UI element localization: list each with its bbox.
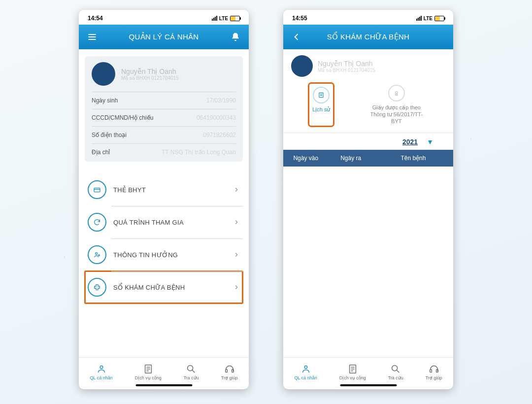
- segment-history[interactable]: Lịch sử: [310, 85, 332, 125]
- phone-medical-record: 14:55 LTE SỔ KHÁM CHỮA BỆNH Nguyễn Thị O…: [283, 10, 453, 389]
- menu-label: THÔNG TIN HƯỞNG: [113, 251, 226, 259]
- chevron-right-icon: [233, 284, 240, 291]
- tab-label: Dịch vụ công: [339, 375, 366, 380]
- profile-tab-icon: [96, 364, 107, 374]
- svg-point-20: [304, 366, 307, 369]
- svg-line-26: [397, 370, 399, 372]
- svg-point-7: [100, 366, 103, 369]
- tab-public-service[interactable]: Dịch vụ công: [135, 364, 162, 380]
- bell-icon[interactable]: [229, 32, 242, 42]
- menu-item-participation[interactable]: QUÁ TRÌNH THAM GIA: [85, 206, 243, 238]
- menu-label: QUÁ TRÌNH THAM GIA: [113, 219, 226, 226]
- chevron-right-icon: [233, 219, 240, 226]
- year-value: 2021: [402, 138, 418, 146]
- hamburger-icon[interactable]: [86, 32, 99, 42]
- network-label: LTE: [424, 16, 432, 21]
- tab-personal[interactable]: QL cá nhân: [294, 364, 317, 380]
- medical-plus-icon: [88, 278, 106, 297]
- tab-public-service[interactable]: Dịch vụ công: [339, 364, 366, 380]
- col-diagnosis: Tên bệnh: [373, 150, 453, 167]
- profile-sub: Mã số BHXH 0121704015: [121, 75, 179, 81]
- page-title: QUẢN LÝ CÁ NHÂN: [99, 33, 229, 41]
- svg-rect-14: [225, 370, 227, 372]
- avatar: [291, 55, 313, 77]
- card-icon: [88, 180, 106, 199]
- tab-label: Tra cứu: [388, 375, 403, 380]
- menu-list: THẺ BHYT QUÁ TRÌNH THAM GIA: [85, 173, 243, 303]
- signal-icon: [416, 16, 422, 21]
- menu-label: SỔ KHÁM CHỮA BỆNH: [113, 284, 226, 291]
- svg-rect-28: [436, 370, 438, 372]
- network-label: LTE: [219, 16, 228, 21]
- svg-rect-15: [232, 370, 233, 372]
- home-indicator: [135, 384, 192, 386]
- field-id: CCCD/CMND/Hộ chiếu 064190000343: [92, 109, 236, 127]
- status-time: 14:54: [88, 15, 103, 22]
- tab-label: Dịch vụ công: [135, 375, 162, 380]
- table-header: Ngày vào Ngày ra Tên bệnh: [283, 150, 453, 167]
- col-admission-date: Ngày vào: [283, 150, 328, 167]
- svg-rect-3: [94, 188, 100, 192]
- menu-item-medical-record[interactable]: SỔ KHÁM CHỮA BỆNH: [85, 271, 243, 303]
- field-address: Địa chỉ TT NSG Thị trấn Long Quan: [92, 144, 236, 161]
- svg-point-25: [392, 366, 398, 371]
- svg-point-19: [395, 92, 398, 94]
- field-birthdate: Ngày sinh 17/03/1990: [92, 92, 236, 109]
- svg-point-5: [96, 252, 98, 254]
- chevron-right-icon: [233, 186, 240, 193]
- refresh-icon: [88, 213, 106, 232]
- back-icon[interactable]: [290, 32, 303, 42]
- tab-label: Trợ giúp: [221, 375, 238, 380]
- battery-icon: [230, 16, 240, 21]
- tab-lookup[interactable]: Tra cứu: [184, 364, 199, 380]
- menu-item-bhyt-card[interactable]: THẺ BHYT: [85, 173, 243, 206]
- profile-name: Nguyễn Thị Oanh: [318, 60, 375, 67]
- profile-card: Nguyễn Thị Oanh Mã số BHXH 0121704015 Ng…: [85, 56, 243, 162]
- nav-bar: QUẢN LÝ CÁ NHÂN: [79, 25, 249, 49]
- tab-label: QL cá nhân: [294, 375, 317, 380]
- segment-label: Lịch sử: [312, 106, 330, 113]
- headset-tab-icon: [429, 364, 439, 374]
- tab-label: QL cá nhân: [90, 375, 112, 380]
- menu-item-benefit-info[interactable]: THÔNG TIN HƯỞNG: [85, 238, 243, 271]
- tab-label: Tra cứu: [184, 375, 199, 380]
- tab-help[interactable]: Trợ giúp: [426, 364, 442, 380]
- nav-bar: SỔ KHÁM CHỮA BỆNH: [283, 25, 453, 49]
- segment-certificate[interactable]: Giấy được cấp theo Thông tư 56/2017/TT-B…: [367, 85, 426, 125]
- status-time: 14:55: [292, 15, 307, 22]
- tab-personal[interactable]: QL cá nhân: [90, 364, 112, 380]
- certificate-icon: [388, 85, 405, 101]
- avatar: [92, 62, 115, 86]
- profile-sub: Mã số BHXH 0121704015: [318, 67, 375, 73]
- profile-header: Nguyễn Thị Oanh Mã số BHXH 0121704015: [289, 53, 447, 82]
- page-title: SỔ KHÁM CHỮA BỆNH: [303, 33, 433, 41]
- dropdown-icon: ▼: [427, 138, 433, 146]
- search-tab-icon: [186, 364, 197, 374]
- document-tab-icon: [143, 364, 154, 374]
- battery-icon: [434, 16, 444, 21]
- search-tab-icon: [390, 364, 401, 374]
- field-phone: Số điện thoại 0971826602: [92, 127, 236, 144]
- segment-control: Lịch sử Giấy được cấp theo Thông tư 56/2…: [283, 82, 453, 133]
- headset-tab-icon: [224, 364, 235, 374]
- profile-tab-icon: [300, 364, 311, 374]
- svg-rect-27: [430, 370, 432, 372]
- profile-name: Nguyễn Thị Oanh: [121, 67, 179, 75]
- status-bar: 14:54 LTE: [79, 10, 249, 25]
- status-bar: 14:55 LTE: [283, 10, 453, 25]
- home-indicator: [340, 384, 397, 386]
- phone-personal-management: 14:54 LTE QUẢN LÝ CÁ NHÂN Nguyễn Thị: [79, 10, 249, 389]
- menu-label: THẺ BHYT: [113, 186, 226, 194]
- chevron-right-icon: [233, 251, 240, 258]
- svg-line-13: [193, 370, 195, 372]
- tab-lookup[interactable]: Tra cứu: [388, 364, 403, 380]
- signal-icon: [212, 16, 217, 21]
- svg-point-12: [188, 366, 193, 371]
- svg-point-6: [99, 255, 100, 256]
- tab-help[interactable]: Trợ giúp: [221, 364, 238, 380]
- person-icon: [88, 245, 106, 264]
- col-discharge-date: Ngày ra: [328, 150, 373, 167]
- history-icon: [313, 87, 330, 103]
- year-selector[interactable]: 2021 ▼: [289, 133, 447, 150]
- document-tab-icon: [347, 364, 358, 374]
